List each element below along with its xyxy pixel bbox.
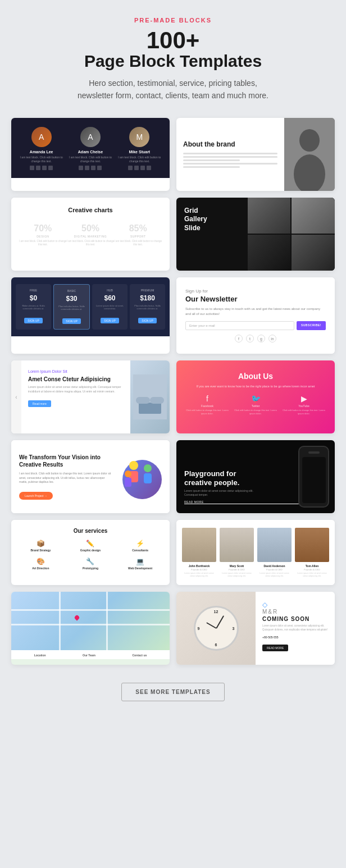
transform-launch-button[interactable]: Launch Project → bbox=[19, 492, 53, 500]
brand-line-1 bbox=[183, 153, 277, 154]
map-road-v2 bbox=[106, 592, 108, 650]
about-us-facebook-icon: f bbox=[184, 394, 230, 403]
svg-rect-4 bbox=[139, 403, 161, 414]
services-title: Our services bbox=[18, 528, 163, 534]
social-icon-4 bbox=[48, 166, 53, 170]
pricing-price-premium: $180 bbox=[132, 294, 163, 302]
pricing-btn-premium[interactable]: SIGN UP bbox=[138, 318, 157, 323]
social-twitter-icon[interactable]: t bbox=[246, 335, 254, 342]
brand-image-section bbox=[284, 118, 335, 191]
svg-point-7 bbox=[129, 461, 138, 470]
team-members: A Amanda Lee I am text block. Click edit… bbox=[17, 127, 164, 170]
playground-card: Playground for creative people. Lorem ip… bbox=[176, 440, 335, 513]
subtitle-line1: Hero section, testimonial, service, pric… bbox=[78, 77, 268, 89]
team2-role-4: Founder & CEO bbox=[295, 568, 329, 571]
social-instagram-icon[interactable]: in bbox=[268, 335, 276, 342]
pricing-btn-hub[interactable]: SIGN UP bbox=[101, 318, 119, 323]
map-footer-team[interactable]: Our Team bbox=[83, 654, 95, 657]
coming-read-more-button[interactable]: READ MORE bbox=[262, 645, 288, 651]
pricing-col-premium: Premium $180 Plan includes lectus. Nulla… bbox=[130, 284, 165, 330]
chart-percent-1: 70% bbox=[19, 223, 67, 234]
pricing-btn-free[interactable]: SIGN UP bbox=[24, 318, 43, 323]
pricing-btn-basic[interactable]: SIGN UP bbox=[62, 318, 81, 324]
team2-name-1: John Borthwick bbox=[182, 564, 216, 568]
subtitle-line2: newsletter form, contact, clients, team … bbox=[78, 89, 268, 102]
chart-item-3: 85% SUPPORT I am text block. Click edit … bbox=[114, 223, 162, 247]
charts-card: Creative charts 70% DESIGN I am text blo… bbox=[11, 198, 170, 271]
newsletter-social-icons: f t g in bbox=[185, 335, 326, 342]
team2-desc-3: Lorem ipsum dolor sit amet conse ctetur … bbox=[257, 572, 292, 577]
team2-name-4: Tom Allen bbox=[295, 564, 329, 568]
consultants-icon: ⚡ bbox=[117, 540, 163, 547]
pricing-col-free: Free $0 Make ultricies ut. Nulla commodo… bbox=[16, 284, 51, 330]
newsletter-card-inner: Sign Up for Our Newsletter Subscribe to … bbox=[176, 277, 335, 354]
map-background bbox=[11, 592, 170, 650]
service-consultants: ⚡ Consultants bbox=[117, 540, 163, 553]
gallery-cell-4 bbox=[292, 235, 335, 271]
pricing-col-hub: Hub $60 Lorem ipsum dolor sit amet, cons… bbox=[92, 284, 128, 330]
service-art-direction: 🎨 Art Direction bbox=[18, 558, 63, 571]
brand-card: About the brand bbox=[176, 118, 335, 191]
services-card: Our services 📦 Brand Strategy ✏️ Graphic… bbox=[11, 520, 170, 585]
phone-screen bbox=[302, 457, 326, 503]
map-footer-location[interactable]: Location bbox=[34, 654, 46, 657]
header: PRE-MADE BLOCKS 100+ Page Block Template… bbox=[78, 17, 268, 102]
member-icons-3 bbox=[115, 166, 164, 170]
chart-label-3: SUPPORT bbox=[114, 235, 162, 238]
newsletter-subscribe-button[interactable]: SUBSCRIBE! bbox=[297, 321, 326, 330]
pricing-price-basic: $30 bbox=[56, 295, 87, 303]
service-brand-strategy: 📦 Brand Strategy bbox=[18, 540, 63, 553]
transform-desc: I am text block. Click edit button to ch… bbox=[19, 472, 111, 485]
amet-prev-arrow[interactable]: ‹ bbox=[11, 360, 21, 433]
brand-strategy-icon: 📦 bbox=[18, 540, 63, 547]
about-us-twitter-icon: 🐦 bbox=[233, 394, 279, 403]
social-icon-12 bbox=[147, 166, 151, 170]
playground-desc: Lorem ipsum dolor sit amet conse ctetur … bbox=[184, 489, 263, 497]
gallery-cell-1 bbox=[248, 198, 291, 234]
member-name-2: Adam Cheise bbox=[66, 150, 115, 154]
avatar-3: M bbox=[129, 127, 149, 147]
gallery-text: GridGallerySlide bbox=[184, 207, 207, 233]
chart-label-2: DIGITAL MARKETING bbox=[67, 235, 115, 238]
cards-grid: A Amanda Lee I am text block. Click edit… bbox=[11, 118, 335, 665]
pricing-tier-basic: Basic bbox=[56, 289, 87, 293]
amet-desc: Lorem ipsum dolor sit amet conse ctetur … bbox=[28, 385, 124, 394]
amet-read-more-button[interactable]: Read more bbox=[28, 400, 51, 407]
phone-notch bbox=[308, 451, 320, 454]
social-facebook-icon[interactable]: f bbox=[235, 335, 243, 342]
pricing-price-hub: $60 bbox=[94, 294, 125, 302]
team2-name-2: Mary Scott bbox=[220, 564, 254, 568]
brand-text-section: About the brand bbox=[176, 118, 284, 191]
pricing-desc-premium: Plan includes lectus. Nulla commodo ultr… bbox=[132, 304, 163, 310]
service-name-2: Graphic design bbox=[68, 549, 113, 552]
service-web-dev: 💻 Web Development bbox=[117, 558, 163, 571]
see-more-templates-button[interactable]: SEE MORE TEMPLATES bbox=[121, 683, 224, 701]
main-title: 100+ bbox=[78, 27, 268, 54]
about-us-col-twitter: 🐦 Twitter Click edit button to change th… bbox=[233, 394, 279, 415]
team-member-1: A Amanda Lee I am text block. Click edit… bbox=[17, 127, 66, 170]
about-us-desc: If you are ever want to know how to be t… bbox=[184, 384, 327, 389]
service-prototyping: 🔧 Prototyping bbox=[68, 558, 113, 571]
team-member-2: A Adam Cheise I am text block. Click edi… bbox=[66, 127, 115, 170]
team2-member-1: John Borthwick Founder & CEO Lorem ipsum… bbox=[182, 528, 216, 577]
social-icon-8 bbox=[97, 166, 102, 170]
social-google-icon[interactable]: g bbox=[257, 335, 265, 342]
newsletter-input[interactable]: Enter your e-mail bbox=[185, 321, 294, 330]
social-icon-7 bbox=[91, 166, 95, 170]
avatar-2: A bbox=[80, 127, 101, 147]
services-card-inner: Our services 📦 Brand Strategy ✏️ Graphic… bbox=[11, 520, 170, 579]
team2-photo-3 bbox=[257, 528, 292, 562]
brand-line-2 bbox=[183, 156, 277, 158]
services-grid: 📦 Brand Strategy ✏️ Graphic design ⚡ Con… bbox=[18, 540, 163, 571]
pricing-tier-premium: Premium bbox=[132, 289, 163, 292]
transform-title: We Transform Your Vision into Creative R… bbox=[19, 454, 111, 468]
gallery-card: GridGallerySlide bbox=[176, 198, 335, 271]
brand-line-5 bbox=[183, 166, 240, 168]
newsletter-desc: Subscribe to us to always stay in touch … bbox=[185, 307, 326, 317]
map-footer-contact[interactable]: Contact us bbox=[132, 654, 147, 657]
about-us-facebook-label: Facebook bbox=[184, 404, 230, 408]
map-footer: Location Our Team Contact us bbox=[11, 650, 170, 659]
team2-member-4: Tom Allen Founder & CEO Lorem ipsum dolo… bbox=[295, 528, 329, 577]
phone-mock bbox=[298, 446, 329, 508]
amet-image bbox=[130, 360, 170, 433]
